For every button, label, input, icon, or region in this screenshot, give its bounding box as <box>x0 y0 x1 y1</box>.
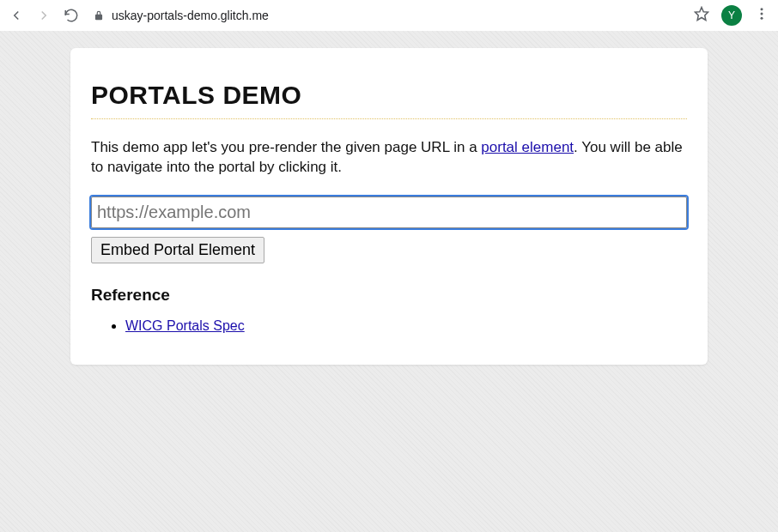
toolbar-right: Y <box>694 5 769 26</box>
svg-point-3 <box>761 17 763 20</box>
wicg-portals-spec-link[interactable]: WICG Portals Spec <box>125 318 245 333</box>
reference-list: WICG Portals Spec <box>91 318 687 334</box>
list-item: WICG Portals Spec <box>125 318 687 334</box>
lock-icon <box>93 9 105 21</box>
back-icon[interactable] <box>9 8 24 23</box>
nav-buttons <box>9 8 79 23</box>
portal-element-link[interactable]: portal element <box>481 139 574 155</box>
svg-marker-0 <box>696 8 708 21</box>
forward-icon <box>36 8 52 23</box>
page-viewport: PORTALS DEMO This demo app let's you pre… <box>0 31 778 532</box>
profile-avatar[interactable]: Y <box>721 5 742 26</box>
avatar-initial: Y <box>728 9 735 21</box>
page-title: PORTALS DEMO <box>91 81 687 119</box>
kebab-menu-icon[interactable] <box>754 6 769 25</box>
address-bar[interactable]: uskay-portals-demo.glitch.me <box>89 9 684 22</box>
reference-heading: Reference <box>91 286 687 305</box>
intro-text-before: This demo app let's you pre-render the g… <box>91 139 481 155</box>
embed-portal-button[interactable]: Embed Portal Element <box>91 237 264 263</box>
reload-icon[interactable] <box>64 8 79 23</box>
url-input[interactable] <box>91 196 687 228</box>
url-text: uskay-portals-demo.glitch.me <box>112 9 269 22</box>
intro-paragraph: This demo app let's you pre-render the g… <box>91 138 687 178</box>
svg-point-2 <box>761 13 763 15</box>
content-card: PORTALS DEMO This demo app let's you pre… <box>70 48 708 365</box>
bookmark-star-icon[interactable] <box>694 6 709 25</box>
svg-point-1 <box>761 8 763 10</box>
browser-toolbar: uskay-portals-demo.glitch.me Y <box>0 0 778 31</box>
